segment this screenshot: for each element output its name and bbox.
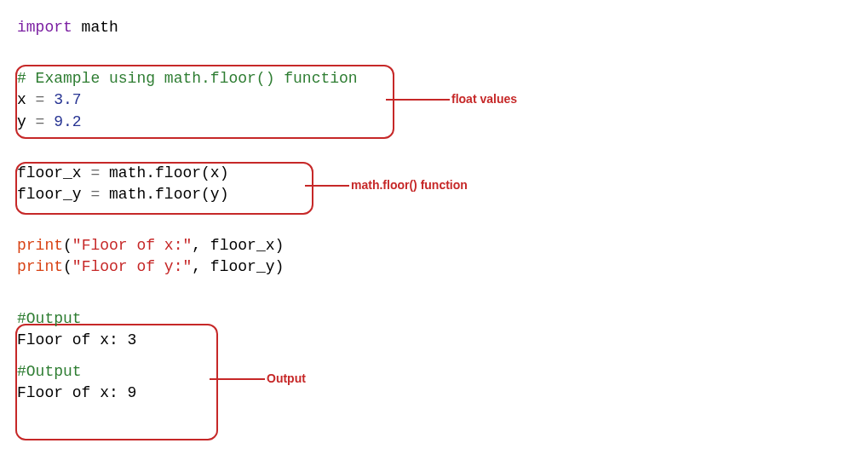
output-comment-1: #Output [17,308,851,330]
output-line-1: Floor of x: 3 [17,330,851,351]
floor-y-line: floor_y = math.floor(y) [17,184,851,205]
import-line: import math [17,17,851,38]
import-keyword: import [17,19,72,36]
output-comment-2: #Output [17,361,851,383]
assign-y-line: y = 9.2 [17,112,851,133]
comment-line-1: # Example using math.floor() function [17,68,851,89]
print-x-line: print("Floor of x:", floor_x) [17,235,851,256]
code-content: import math # Example using math.floor()… [17,17,851,404]
print-y-line: print("Floor of y:", floor_y) [17,256,851,278]
assign-x-line: x = 3.7 [17,89,851,111]
output-line-2: Floor of x: 9 [17,383,851,404]
floor-x-line: floor_x = math.floor(x) [17,163,851,184]
math-module: math [72,19,118,36]
